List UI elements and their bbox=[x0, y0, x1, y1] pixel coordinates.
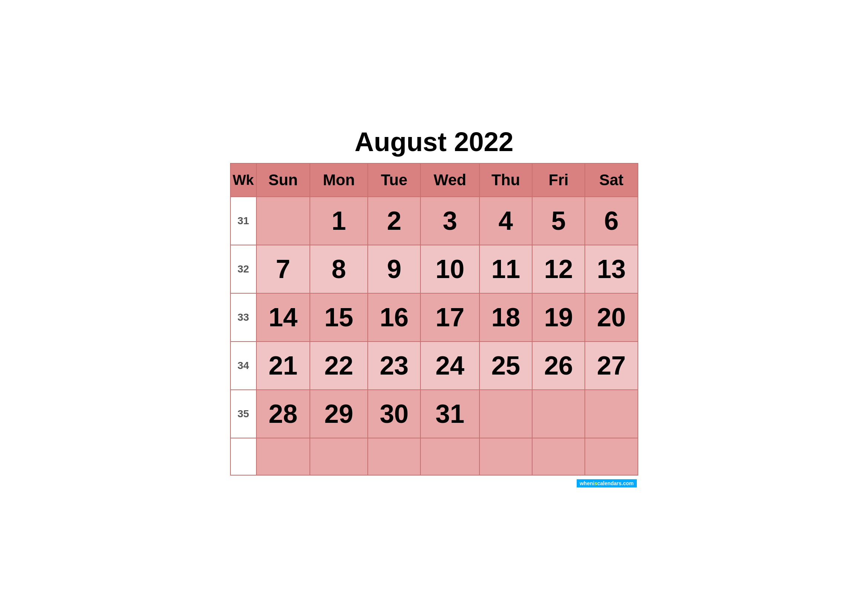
header-thu: Thu bbox=[479, 163, 532, 197]
day-cell: 27 bbox=[585, 341, 637, 390]
table-row: 3278910111213 bbox=[231, 245, 638, 293]
day-cell: 13 bbox=[585, 245, 637, 293]
day-cell: 3 bbox=[420, 197, 479, 245]
day-cell: 17 bbox=[420, 293, 479, 341]
day-cell: 11 bbox=[479, 245, 532, 293]
day-cell: 24 bbox=[420, 341, 479, 390]
day-cell: 25 bbox=[479, 341, 532, 390]
day-cell: 31 bbox=[420, 390, 479, 438]
day-cell: 20 bbox=[585, 293, 637, 341]
day-cell: 1 bbox=[310, 197, 368, 245]
day-cell: 7 bbox=[256, 245, 310, 293]
day-cell: 4 bbox=[479, 197, 532, 245]
day-cell: 26 bbox=[532, 341, 585, 390]
header-wk: Wk bbox=[231, 163, 256, 197]
day-cell: 15 bbox=[310, 293, 368, 341]
calendar-body: 3112345632789101112133314151617181920342… bbox=[231, 197, 638, 475]
header-wed: Wed bbox=[420, 163, 479, 197]
day-cell bbox=[532, 438, 585, 475]
day-cell: 22 bbox=[310, 341, 368, 390]
week-number bbox=[231, 438, 256, 475]
day-cell bbox=[532, 390, 585, 438]
day-cell bbox=[479, 438, 532, 475]
day-cell: 12 bbox=[532, 245, 585, 293]
header-fri: Fri bbox=[532, 163, 585, 197]
calendar-table: Wk Sun Mon Tue Wed Thu Fri Sat 311234563… bbox=[230, 163, 638, 476]
day-cell bbox=[479, 390, 532, 438]
day-cell: 10 bbox=[420, 245, 479, 293]
day-cell: 16 bbox=[368, 293, 420, 341]
table-row: 3528293031 bbox=[231, 390, 638, 438]
day-cell bbox=[420, 438, 479, 475]
header-tue: Tue bbox=[368, 163, 420, 197]
watermark-link: wheniscalendars.com bbox=[577, 479, 637, 487]
day-cell: 21 bbox=[256, 341, 310, 390]
week-number: 31 bbox=[231, 197, 256, 245]
header-row: Wk Sun Mon Tue Wed Thu Fri Sat bbox=[231, 163, 638, 197]
calendar-container: August 2022 Wk Sun Mon Tue Wed Thu Fri S… bbox=[230, 127, 638, 487]
header-mon: Mon bbox=[310, 163, 368, 197]
day-cell: 14 bbox=[256, 293, 310, 341]
day-cell: 19 bbox=[532, 293, 585, 341]
day-cell: 23 bbox=[368, 341, 420, 390]
day-cell bbox=[585, 390, 637, 438]
day-cell: 29 bbox=[310, 390, 368, 438]
day-cell: 2 bbox=[368, 197, 420, 245]
day-cell: 8 bbox=[310, 245, 368, 293]
table-row: 3314151617181920 bbox=[231, 293, 638, 341]
day-cell: 5 bbox=[532, 197, 585, 245]
table-row bbox=[231, 438, 638, 475]
day-cell bbox=[368, 438, 420, 475]
week-number: 33 bbox=[231, 293, 256, 341]
calendar-title: August 2022 bbox=[230, 127, 638, 157]
week-number: 35 bbox=[231, 390, 256, 438]
table-row: 3421222324252627 bbox=[231, 341, 638, 390]
day-cell bbox=[585, 438, 637, 475]
day-cell bbox=[256, 438, 310, 475]
watermark-highlight: s bbox=[595, 481, 597, 486]
day-cell: 18 bbox=[479, 293, 532, 341]
header-sun: Sun bbox=[256, 163, 310, 197]
watermark: wheniscalendars.com bbox=[230, 479, 638, 487]
week-number: 34 bbox=[231, 341, 256, 390]
day-cell: 9 bbox=[368, 245, 420, 293]
table-row: 31123456 bbox=[231, 197, 638, 245]
day-cell: 30 bbox=[368, 390, 420, 438]
week-number: 32 bbox=[231, 245, 256, 293]
day-cell bbox=[310, 438, 368, 475]
day-cell bbox=[256, 197, 310, 245]
day-cell: 28 bbox=[256, 390, 310, 438]
day-cell: 6 bbox=[585, 197, 637, 245]
header-sat: Sat bbox=[585, 163, 637, 197]
